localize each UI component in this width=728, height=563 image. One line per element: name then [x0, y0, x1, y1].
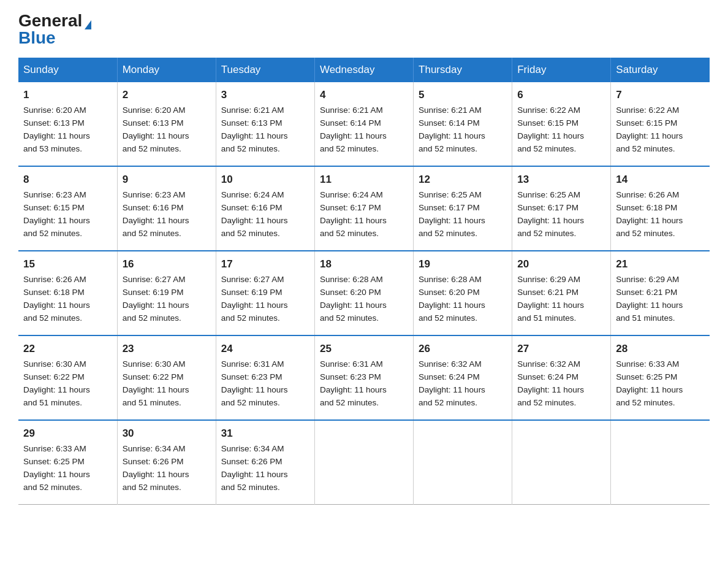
cell-info: Sunrise: 6:27 AMSunset: 6:19 PMDaylight:…	[123, 275, 189, 323]
calendar-cell: 31 Sunrise: 6:34 AMSunset: 6:26 PMDaylig…	[216, 420, 314, 505]
calendar-cell	[314, 420, 413, 505]
day-number: 14	[616, 172, 705, 188]
calendar-cell: 2 Sunrise: 6:20 AMSunset: 6:13 PMDayligh…	[117, 82, 216, 166]
calendar-cell: 28 Sunrise: 6:33 AMSunset: 6:25 PMDaylig…	[611, 335, 710, 420]
day-number: 2	[123, 87, 211, 103]
calendar-cell: 8 Sunrise: 6:23 AMSunset: 6:15 PMDayligh…	[18, 166, 117, 251]
calendar-cell	[414, 420, 512, 505]
day-number: 31	[221, 426, 309, 442]
day-number: 22	[23, 341, 112, 357]
cell-info: Sunrise: 6:24 AMSunset: 6:17 PMDaylight:…	[320, 190, 387, 238]
cell-info: Sunrise: 6:30 AMSunset: 6:22 PMDaylight:…	[123, 359, 189, 407]
day-number: 17	[221, 256, 309, 272]
calendar-cell: 20 Sunrise: 6:29 AMSunset: 6:21 PMDaylig…	[512, 251, 611, 335]
calendar-cell: 12 Sunrise: 6:25 AMSunset: 6:17 PMDaylig…	[414, 166, 512, 251]
calendar-cell	[512, 420, 611, 505]
day-number: 6	[517, 87, 605, 103]
day-number: 26	[419, 341, 507, 357]
calendar-cell: 5 Sunrise: 6:21 AMSunset: 6:14 PMDayligh…	[414, 82, 512, 166]
day-number: 18	[320, 256, 408, 272]
calendar-cell: 7 Sunrise: 6:22 AMSunset: 6:15 PMDayligh…	[611, 82, 710, 166]
calendar-cell: 19 Sunrise: 6:28 AMSunset: 6:20 PMDaylig…	[414, 251, 512, 335]
cell-info: Sunrise: 6:26 AMSunset: 6:18 PMDaylight:…	[23, 275, 90, 323]
day-number: 30	[123, 426, 211, 442]
cell-info: Sunrise: 6:29 AMSunset: 6:21 PMDaylight:…	[616, 275, 683, 323]
calendar-cell: 9 Sunrise: 6:23 AMSunset: 6:16 PMDayligh…	[117, 166, 216, 251]
calendar-cell: 27 Sunrise: 6:32 AMSunset: 6:24 PMDaylig…	[512, 335, 611, 420]
day-number: 9	[123, 172, 211, 188]
cell-info: Sunrise: 6:30 AMSunset: 6:22 PMDaylight:…	[23, 359, 90, 407]
cell-info: Sunrise: 6:33 AMSunset: 6:25 PMDaylight:…	[23, 444, 90, 492]
cell-info: Sunrise: 6:21 AMSunset: 6:14 PMDaylight:…	[320, 105, 387, 153]
cell-info: Sunrise: 6:23 AMSunset: 6:15 PMDaylight:…	[23, 190, 90, 238]
logo: General Blue	[18, 12, 91, 47]
calendar-cell: 26 Sunrise: 6:32 AMSunset: 6:24 PMDaylig…	[414, 335, 512, 420]
calendar-cell: 15 Sunrise: 6:26 AMSunset: 6:18 PMDaylig…	[18, 251, 117, 335]
day-header-wednesday: Wednesday	[314, 58, 413, 82]
cell-info: Sunrise: 6:34 AMSunset: 6:26 PMDaylight:…	[123, 444, 189, 492]
cell-info: Sunrise: 6:22 AMSunset: 6:15 PMDaylight:…	[517, 105, 584, 153]
day-number: 5	[419, 87, 507, 103]
day-header-tuesday: Tuesday	[216, 58, 314, 82]
cell-info: Sunrise: 6:21 AMSunset: 6:14 PMDaylight:…	[419, 105, 485, 153]
cell-info: Sunrise: 6:34 AMSunset: 6:26 PMDaylight:…	[221, 444, 288, 492]
cell-info: Sunrise: 6:31 AMSunset: 6:23 PMDaylight:…	[320, 359, 387, 407]
cell-info: Sunrise: 6:32 AMSunset: 6:24 PMDaylight:…	[517, 359, 584, 407]
calendar-week-row: 22 Sunrise: 6:30 AMSunset: 6:22 PMDaylig…	[18, 335, 710, 420]
day-number: 11	[320, 172, 408, 188]
calendar-week-row: 1 Sunrise: 6:20 AMSunset: 6:13 PMDayligh…	[18, 82, 710, 166]
calendar-cell: 29 Sunrise: 6:33 AMSunset: 6:25 PMDaylig…	[18, 420, 117, 505]
calendar-cell: 25 Sunrise: 6:31 AMSunset: 6:23 PMDaylig…	[314, 335, 413, 420]
day-number: 27	[517, 341, 605, 357]
cell-info: Sunrise: 6:21 AMSunset: 6:13 PMDaylight:…	[221, 105, 288, 153]
calendar-cell: 18 Sunrise: 6:28 AMSunset: 6:20 PMDaylig…	[314, 251, 413, 335]
day-header-monday: Monday	[117, 58, 216, 82]
day-number: 20	[517, 256, 605, 272]
day-header-saturday: Saturday	[611, 58, 710, 82]
cell-info: Sunrise: 6:28 AMSunset: 6:20 PMDaylight:…	[320, 275, 387, 323]
day-number: 8	[23, 172, 112, 188]
calendar-table: SundayMondayTuesdayWednesdayThursdayFrid…	[18, 58, 710, 505]
logo-blue-text: Blue	[18, 29, 56, 47]
calendar-week-row: 8 Sunrise: 6:23 AMSunset: 6:15 PMDayligh…	[18, 166, 710, 251]
calendar-cell: 16 Sunrise: 6:27 AMSunset: 6:19 PMDaylig…	[117, 251, 216, 335]
cell-info: Sunrise: 6:23 AMSunset: 6:16 PMDaylight:…	[123, 190, 189, 238]
calendar-cell: 24 Sunrise: 6:31 AMSunset: 6:23 PMDaylig…	[216, 335, 314, 420]
cell-info: Sunrise: 6:29 AMSunset: 6:21 PMDaylight:…	[517, 275, 584, 323]
calendar-cell: 11 Sunrise: 6:24 AMSunset: 6:17 PMDaylig…	[314, 166, 413, 251]
cell-info: Sunrise: 6:25 AMSunset: 6:17 PMDaylight:…	[419, 190, 485, 238]
day-number: 19	[419, 256, 507, 272]
day-number: 25	[320, 341, 408, 357]
calendar-cell: 21 Sunrise: 6:29 AMSunset: 6:21 PMDaylig…	[611, 251, 710, 335]
page-header: General Blue	[18, 12, 710, 47]
day-number: 23	[123, 341, 211, 357]
calendar-header-row: SundayMondayTuesdayWednesdayThursdayFrid…	[18, 58, 710, 82]
day-number: 28	[616, 341, 705, 357]
cell-info: Sunrise: 6:28 AMSunset: 6:20 PMDaylight:…	[419, 275, 485, 323]
day-number: 15	[23, 256, 112, 272]
day-header-sunday: Sunday	[18, 58, 117, 82]
calendar-cell: 30 Sunrise: 6:34 AMSunset: 6:26 PMDaylig…	[117, 420, 216, 505]
calendar-cell: 22 Sunrise: 6:30 AMSunset: 6:22 PMDaylig…	[18, 335, 117, 420]
cell-info: Sunrise: 6:33 AMSunset: 6:25 PMDaylight:…	[616, 359, 683, 407]
calendar-cell: 4 Sunrise: 6:21 AMSunset: 6:14 PMDayligh…	[314, 82, 413, 166]
cell-info: Sunrise: 6:20 AMSunset: 6:13 PMDaylight:…	[23, 105, 90, 153]
calendar-cell: 6 Sunrise: 6:22 AMSunset: 6:15 PMDayligh…	[512, 82, 611, 166]
day-number: 29	[23, 426, 112, 442]
calendar-week-row: 15 Sunrise: 6:26 AMSunset: 6:18 PMDaylig…	[18, 251, 710, 335]
cell-info: Sunrise: 6:24 AMSunset: 6:16 PMDaylight:…	[221, 190, 288, 238]
calendar-cell: 10 Sunrise: 6:24 AMSunset: 6:16 PMDaylig…	[216, 166, 314, 251]
day-number: 13	[517, 172, 605, 188]
cell-info: Sunrise: 6:26 AMSunset: 6:18 PMDaylight:…	[616, 190, 683, 238]
day-number: 10	[221, 172, 309, 188]
day-number: 21	[616, 256, 705, 272]
day-number: 4	[320, 87, 408, 103]
cell-info: Sunrise: 6:27 AMSunset: 6:19 PMDaylight:…	[221, 275, 288, 323]
logo-general-text: General	[18, 12, 91, 29]
day-number: 3	[221, 87, 309, 103]
cell-info: Sunrise: 6:25 AMSunset: 6:17 PMDaylight:…	[517, 190, 584, 238]
calendar-week-row: 29 Sunrise: 6:33 AMSunset: 6:25 PMDaylig…	[18, 420, 710, 505]
cell-info: Sunrise: 6:22 AMSunset: 6:15 PMDaylight:…	[616, 105, 683, 153]
calendar-cell: 3 Sunrise: 6:21 AMSunset: 6:13 PMDayligh…	[216, 82, 314, 166]
calendar-cell	[611, 420, 710, 505]
